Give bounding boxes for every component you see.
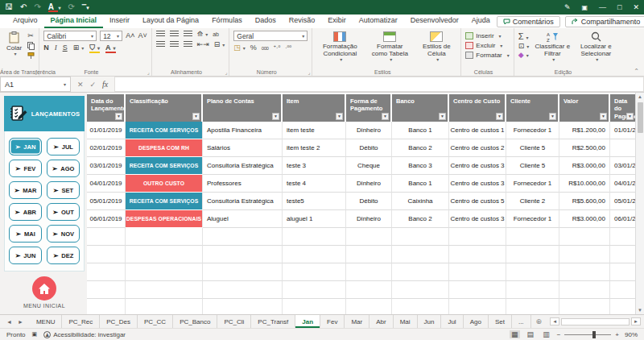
comma-format-icon[interactable]: 000 <box>262 46 269 51</box>
cell-date[interactable]: 05/01/2019 <box>87 193 126 210</box>
font-name-select[interactable]: Calibri▾ <box>43 31 97 41</box>
filter-button[interactable]: ▼ <box>549 113 556 120</box>
month-button-out[interactable]: ➢OUT <box>47 203 80 221</box>
cell-class[interactable]: DESPESA COM RH <box>126 139 203 157</box>
delete-cells-button[interactable]: Excluir▾ <box>465 42 509 49</box>
cell-banco[interactable]: Banco 1 <box>392 122 449 139</box>
cell-banco[interactable]: Caixinha <box>392 193 449 210</box>
cell-styles-button[interactable]: Estilos de Célula ▾ <box>416 31 456 64</box>
filter-button[interactable]: ▼ <box>192 113 200 120</box>
cell-centro[interactable]: Centro de custos 3 <box>449 157 506 175</box>
cell-forma[interactable]: Cheque <box>346 157 392 175</box>
cell-plano[interactable]: Professores <box>203 175 283 193</box>
name-box[interactable]: A1 ▾ <box>0 77 71 92</box>
hscroll-left-icon[interactable]: ◄ <box>550 317 559 325</box>
cell-valor[interactable]: R$2.500,00 <box>559 139 610 157</box>
cell-plano[interactable]: Consultoria Estratégica <box>203 157 283 175</box>
format-as-table-button[interactable]: Formatar como Tabela ▾ <box>366 31 413 64</box>
ribbon-tab-arquivo[interactable]: Arquivo <box>6 15 44 28</box>
decrease-decimal-icon[interactable]: ·⁰⁰ <box>285 45 291 51</box>
sheet-nav-right-icon[interactable]: ► <box>18 319 23 325</box>
ribbon-tab-layout-da-p-gina[interactable]: Layout da Página <box>136 15 205 28</box>
cell-centro[interactable]: Centro de custos 3 <box>449 210 506 228</box>
font-size-select[interactable]: 12▾ <box>100 31 122 41</box>
align-bottom-icon[interactable] <box>184 31 192 38</box>
wrap-text-icon[interactable]: ab <box>213 31 219 37</box>
filter-button[interactable]: ▼ <box>272 113 279 120</box>
normal-view-icon[interactable]: ▦ <box>510 330 520 338</box>
cut-icon[interactable]: ✂ <box>27 32 35 39</box>
filter-button[interactable]: ▼ <box>115 113 122 120</box>
copy-icon[interactable] <box>27 42 35 50</box>
cell-class[interactable]: RECEITA COM SERVIÇOS <box>126 193 203 210</box>
orientation-icon[interactable]: ⟰▾ <box>197 31 208 38</box>
cell-pagamento[interactable]: 03/01/2019 <box>610 157 635 175</box>
ribbon-tab-automatizar[interactable]: Automatizar <box>353 15 404 28</box>
undo-icon[interactable]: ↶ <box>20 3 27 11</box>
page-layout-view-icon[interactable]: ▤ <box>526 330 536 338</box>
ribbon-tab-inserir[interactable]: Inserir <box>103 15 136 28</box>
cell-item[interactable]: item teste <box>283 122 346 139</box>
cell-item[interactable]: teste 3 <box>283 157 346 175</box>
cell-forma[interactable]: Débito <box>346 193 392 210</box>
cell-centro[interactable]: Centro de custos 2 <box>449 139 506 157</box>
zoom-in-icon[interactable]: + <box>615 331 619 338</box>
cell-pagamento[interactable]: 05/01/2019 <box>610 193 635 210</box>
font-color-icon[interactable]: A ▾ <box>48 3 61 11</box>
bold-button[interactable]: N <box>43 44 49 52</box>
confirm-entry-icon[interactable]: ✓ <box>90 81 97 89</box>
cell-cliente[interactable]: Fornecedor 1 <box>506 122 559 139</box>
format-painter-icon[interactable] <box>27 52 35 60</box>
currency-format-icon[interactable]: ◳▾ <box>233 44 246 52</box>
vertical-scroll-thumb[interactable] <box>638 102 643 133</box>
sheet-tab-menu[interactable]: MENU <box>30 315 63 328</box>
cell-forma[interactable]: Dinheiro <box>346 175 392 193</box>
month-button-jul[interactable]: ➢JUL <box>47 138 80 155</box>
redo-icon[interactable]: ↷ <box>34 3 40 11</box>
cell-valor[interactable]: R$5.600,00 <box>559 193 610 210</box>
share-button[interactable]: Compartilhamento ▾ <box>565 16 644 27</box>
cell-class[interactable]: RECEITA COM SERVIÇOS <box>126 122 203 139</box>
scroll-down-icon[interactable]: ▼ <box>638 306 642 314</box>
cell-forma[interactable]: Dinheiro <box>346 122 392 139</box>
filter-button[interactable]: ▼ <box>496 113 503 120</box>
sheet-tab-jan[interactable]: Jan <box>295 315 320 328</box>
sheet-tab-pc-cli[interactable]: PC_Cli <box>217 315 251 328</box>
accessibility-status[interactable]: Acessibilidade: investigar <box>53 331 126 338</box>
filter-button[interactable]: ▼ <box>382 113 389 120</box>
collapse-ribbon-icon[interactable]: ⌃ <box>634 68 639 75</box>
sheet-tab-jun[interactable]: Jun <box>418 315 442 328</box>
reading-mode-icon[interactable]: ▣ <box>581 4 588 11</box>
cell-forma[interactable]: Débito <box>346 139 392 157</box>
cell-banco[interactable]: Banco 3 <box>392 157 449 175</box>
close-button[interactable]: ✕ <box>633 3 639 11</box>
cell-item[interactable]: item teste 2 <box>283 139 346 157</box>
page-break-view-icon[interactable]: ▥ <box>541 330 551 338</box>
sheet-tab-pc-des[interactable]: PC_Des <box>100 315 138 328</box>
font-dialog-launcher[interactable]: ⌟ <box>147 69 150 75</box>
cell-valor[interactable]: R$3.000,00 <box>559 210 610 228</box>
cell-plano[interactable]: Consultoria Estratégica <box>203 193 283 210</box>
cell-cliente[interactable]: Cliente 2 <box>506 193 559 210</box>
cell-date[interactable]: 01/01/2019 <box>87 122 126 139</box>
cell-centro[interactable]: Centro de custos 1 <box>449 122 506 139</box>
merge-center-icon[interactable]: ⊟▾ <box>214 41 225 48</box>
fill-icon[interactable]: ⊡▾ <box>518 43 530 50</box>
sheet-tab-pc-cc[interactable]: PC_CC <box>138 315 173 328</box>
cell-pagamento[interactable]: 06/01/2019 <box>610 210 635 228</box>
save-icon[interactable]: 🖫 <box>5 3 13 11</box>
cell-plano[interactable]: Aluguel <box>203 210 283 228</box>
find-select-button[interactable]: Localizar e Selecionar ▾ <box>576 31 616 64</box>
sheet-tab-abr[interactable]: Abr <box>369 315 393 328</box>
sheet-tab-pc-banco[interactable]: PC_Banco <box>173 315 217 328</box>
cell-item[interactable]: teste5 <box>283 193 346 210</box>
repeat-icon[interactable]: ⟳ <box>68 3 74 11</box>
filter-button[interactable]: ▼ <box>439 113 446 120</box>
sheet-tab-fev[interactable]: Fev <box>320 315 345 328</box>
month-button-mai[interactable]: ➢MAI <box>9 225 42 243</box>
cell-centro[interactable]: Centro de custos 3 <box>449 175 506 193</box>
cell-date[interactable]: 02/01/2019 <box>87 139 126 157</box>
cell-valor[interactable]: R$3.000,00 <box>559 157 610 175</box>
customize-toolbar-icon[interactable]: ▔▾ <box>82 5 89 10</box>
insert-function-icon[interactable]: fx <box>102 80 108 89</box>
